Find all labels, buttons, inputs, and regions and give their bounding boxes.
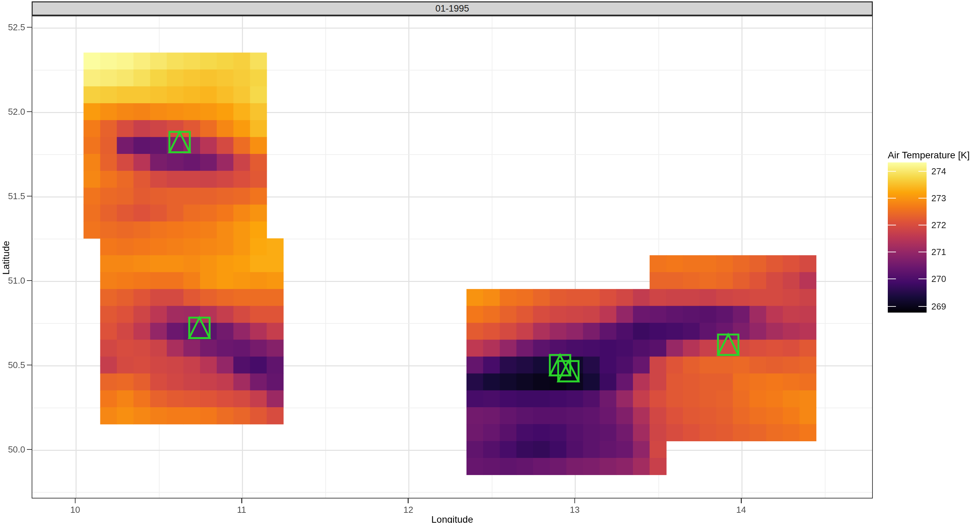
legend-tick-label: 272 bbox=[931, 220, 946, 231]
y-tick bbox=[27, 112, 32, 112]
legend-tick bbox=[888, 306, 896, 307]
y-tick-label: 52.5 bbox=[4, 22, 25, 33]
x-axis-title: Longitude bbox=[418, 514, 486, 523]
legend-tick bbox=[918, 279, 927, 279]
y-tick bbox=[27, 449, 32, 450]
screenshot-root: { "strip": { "label": "01-1995" }, "axes… bbox=[0, 0, 980, 523]
legend-tick-label: 270 bbox=[931, 274, 946, 284]
y-tick bbox=[27, 27, 32, 28]
y-tick bbox=[27, 365, 32, 366]
legend-tick-label: 273 bbox=[931, 193, 946, 204]
legend-colorbar bbox=[888, 163, 927, 313]
x-tick bbox=[75, 499, 76, 503]
heatmap-canvas bbox=[0, 0, 980, 523]
y-tick-label: 50.0 bbox=[4, 444, 25, 455]
y-axis-title: Latitude bbox=[1, 231, 11, 285]
legend-tick bbox=[888, 171, 896, 172]
x-tick-label: 14 bbox=[726, 505, 756, 515]
x-tick bbox=[574, 499, 576, 503]
x-tick bbox=[408, 499, 409, 503]
legend-tick bbox=[918, 252, 927, 253]
legend-tick-label: 269 bbox=[931, 301, 946, 312]
legend-tick bbox=[918, 306, 927, 307]
y-tick bbox=[27, 280, 32, 281]
legend-tick bbox=[918, 198, 927, 199]
legend-tick bbox=[918, 171, 927, 172]
legend-title: Air Temperature [K] bbox=[888, 150, 970, 161]
legend-tick-label: 271 bbox=[931, 247, 946, 257]
legend-tick bbox=[888, 198, 896, 199]
y-tick-label: 50.5 bbox=[4, 360, 25, 370]
legend-tick bbox=[888, 252, 896, 253]
x-tick-label: 11 bbox=[226, 505, 257, 515]
legend-tick-label: 274 bbox=[931, 166, 946, 177]
y-tick-label: 52.0 bbox=[4, 107, 25, 117]
y-tick bbox=[27, 196, 32, 197]
x-tick bbox=[741, 499, 742, 503]
legend-tick bbox=[918, 225, 927, 226]
x-tick-label: 12 bbox=[393, 505, 424, 515]
x-tick-label: 10 bbox=[60, 505, 91, 515]
x-tick bbox=[241, 499, 242, 503]
x-tick-label: 13 bbox=[559, 505, 590, 515]
legend-tick bbox=[888, 279, 896, 279]
y-tick-label: 51.5 bbox=[4, 191, 25, 202]
legend-tick bbox=[888, 225, 896, 226]
